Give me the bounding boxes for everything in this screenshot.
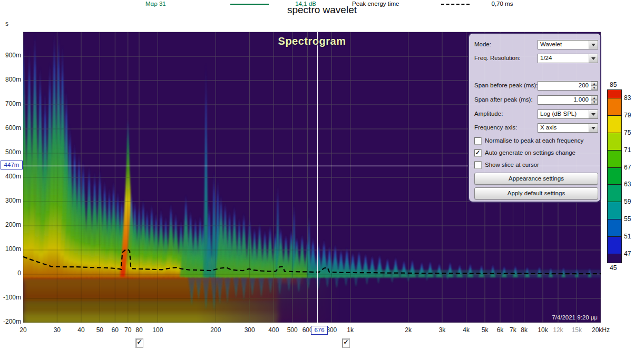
legend-line-sample bbox=[441, 4, 470, 5]
y-tick-label: 500m bbox=[1, 148, 21, 156]
number-input-value: 1.000 bbox=[573, 96, 589, 103]
spinner-buttons: ▲▼ bbox=[591, 96, 598, 104]
x-tick-label: 20 bbox=[19, 326, 26, 334]
x-tick-label: 6k bbox=[497, 326, 504, 334]
checkbox-unchecked[interactable] bbox=[474, 137, 481, 144]
y-tick-label: 800m bbox=[1, 76, 21, 83]
color-scale-tick-label: 71 bbox=[624, 146, 631, 154]
x-tick-label: 800 bbox=[326, 326, 337, 334]
dropdown-value: Log (dB SPL) bbox=[540, 111, 577, 117]
legend-value: 0,70 ms bbox=[484, 1, 521, 9]
color-scale-tick-label: 67 bbox=[624, 164, 631, 171]
x-tick-label: 100 bbox=[152, 326, 163, 334]
x-tick-label: 400 bbox=[268, 326, 279, 334]
dropdown-freqresolution[interactable]: 1/24 bbox=[538, 54, 598, 63]
settings-label: Freq. Resolution: bbox=[474, 55, 521, 61]
settings-label: Mode: bbox=[474, 41, 491, 47]
spinner-down-button[interactable]: ▼ bbox=[591, 100, 598, 104]
x-tick-label: 500 bbox=[287, 326, 298, 334]
y-tick-label: 200m bbox=[1, 221, 21, 228]
x-tick-label: 20kHz bbox=[592, 326, 610, 334]
x-tick-label: 60 bbox=[112, 326, 119, 334]
y-tick-label: 900m bbox=[1, 52, 21, 59]
color-scale-band bbox=[608, 219, 621, 237]
settings-row: Frequency axis:X axis bbox=[469, 123, 600, 133]
settings-label: Amplitude: bbox=[474, 111, 503, 117]
number-input-value: 200 bbox=[579, 82, 589, 88]
color-scale-band bbox=[608, 254, 621, 263]
x-tick-label: 4k bbox=[463, 326, 470, 334]
legend-measurement-name: Μαρ 31 bbox=[145, 1, 166, 9]
chevron-down-icon[interactable] bbox=[589, 54, 598, 63]
x-tick-label: 5k bbox=[482, 326, 489, 334]
checkbox-checked[interactable]: ✓ bbox=[474, 149, 481, 156]
x-tick-label: 1k bbox=[347, 326, 354, 334]
color-scale-tick-label: 79 bbox=[624, 112, 631, 119]
x-tick-label: 30 bbox=[54, 326, 61, 334]
legend-line-sample bbox=[230, 4, 269, 5]
color-scale-band bbox=[608, 237, 621, 254]
chevron-down-icon[interactable] bbox=[589, 110, 598, 118]
color-scale-tick-label: 47 bbox=[624, 250, 631, 257]
color-scale-band bbox=[608, 90, 621, 98]
spinner-up-button[interactable]: ▲ bbox=[591, 96, 598, 100]
chevron-down-icon[interactable] bbox=[589, 124, 598, 132]
settings-row: Span after peak (ms):1.000▲▼ bbox=[469, 95, 600, 105]
color-scale-band bbox=[608, 151, 621, 168]
x-tick-label: 200 bbox=[210, 326, 221, 334]
settings-row: Span before peak (ms):200▲▼ bbox=[469, 81, 600, 91]
x-tick-label: 80 bbox=[135, 326, 142, 334]
color-scale: 858379757167635955514745 bbox=[604, 82, 642, 278]
color-scale-tick-label: 51 bbox=[624, 233, 631, 240]
x-tick-label: 300 bbox=[245, 326, 255, 334]
spinner-up-button[interactable]: ▲ bbox=[591, 82, 598, 86]
legend-checkbox[interactable]: ✓ bbox=[343, 339, 349, 347]
legend-value: 14,1 dB bbox=[287, 1, 324, 9]
appearance-settings-button[interactable]: Appearance settings bbox=[474, 173, 598, 185]
color-scale-band bbox=[608, 185, 621, 202]
dropdown-mode[interactable]: Wavelet bbox=[538, 40, 598, 49]
color-scale-band bbox=[608, 98, 621, 116]
color-scale-band bbox=[608, 168, 621, 185]
number-input-span-after[interactable]: 1.000▲▼ bbox=[538, 95, 598, 105]
color-scale-bar bbox=[607, 89, 622, 263]
dropdown-amplitude[interactable]: Log (dB SPL) bbox=[538, 109, 598, 119]
legend-checkbox[interactable]: ✓ bbox=[136, 339, 143, 347]
legend-measurement-name: Peak energy time bbox=[352, 1, 399, 9]
y-tick-label: 600m bbox=[1, 124, 21, 132]
settings-panel: Mode:WaveletFreq. Resolution:1/24Span be… bbox=[468, 33, 601, 203]
y-tick-label: 400m bbox=[1, 173, 21, 180]
x-tick-label: 40 bbox=[77, 326, 84, 334]
x-tick-label: 70 bbox=[124, 326, 131, 334]
y-tick-label: 0 bbox=[1, 269, 21, 277]
color-scale-tick-label: 59 bbox=[624, 198, 631, 205]
settings-label: Span after peak (ms): bbox=[474, 96, 533, 103]
cursor-time-readout: 447m bbox=[1, 161, 23, 169]
settings-label: Frequency axis: bbox=[474, 124, 517, 131]
x-tick-label: 12k bbox=[553, 326, 563, 334]
settings-row: Mode:Wavelet bbox=[469, 40, 600, 49]
apply-default-settings-button[interactable]: Apply default settings bbox=[474, 187, 598, 199]
checkbox-label: Auto generate on settings change bbox=[485, 149, 575, 156]
x-tick-label: 3k bbox=[439, 326, 446, 334]
color-scale-max-label: 85 bbox=[610, 81, 617, 88]
y-tick-label: -100m bbox=[1, 294, 21, 301]
settings-label: Span before peak (ms): bbox=[474, 82, 538, 88]
dropdown-frequencyaxis[interactable]: X axis bbox=[538, 123, 598, 133]
chevron-down-icon[interactable] bbox=[589, 41, 598, 49]
x-tick-label: 7k bbox=[510, 326, 516, 334]
color-scale-min-label: 45 bbox=[610, 264, 617, 272]
dropdown-value: Wavelet bbox=[540, 41, 562, 47]
color-scale-tick-label: 75 bbox=[624, 129, 631, 136]
checkbox-unchecked[interactable] bbox=[474, 162, 481, 168]
x-tick-label: 2k bbox=[405, 326, 412, 334]
dropdown-value: X axis bbox=[540, 124, 557, 131]
color-scale-band bbox=[608, 202, 621, 219]
cursor-frequency-readout: 676 bbox=[311, 326, 328, 335]
x-tick-label: 50 bbox=[96, 326, 103, 334]
number-input-span-before[interactable]: 200▲▼ bbox=[538, 81, 598, 91]
color-scale-tick-label: 55 bbox=[624, 215, 631, 223]
spinner-down-button[interactable]: ▼ bbox=[591, 86, 598, 90]
y-axis-unit-label: s bbox=[5, 20, 8, 27]
y-tick-label: 300m bbox=[1, 197, 21, 204]
